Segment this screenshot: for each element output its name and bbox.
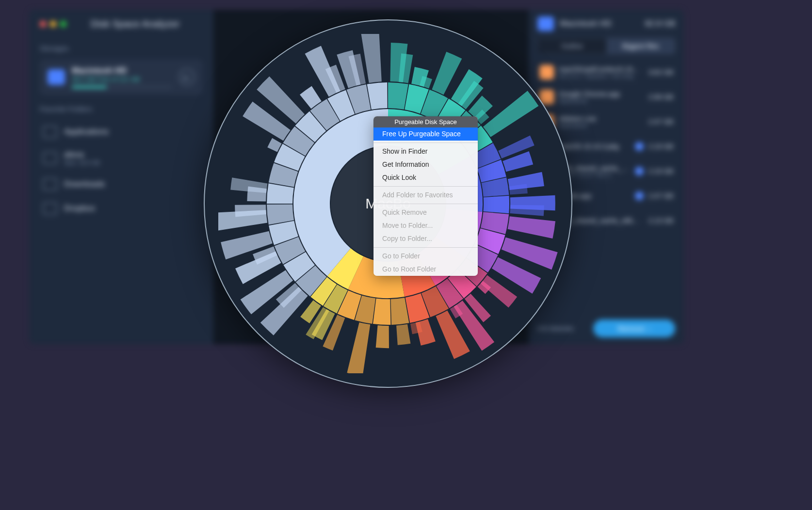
file-name: macOSUpdCombo10.15...: [559, 65, 644, 73]
menu-divider: [374, 186, 478, 187]
sunburst-segment[interactable]: [507, 216, 555, 239]
menu-item-go-to-folder: Go to Folder: [374, 250, 478, 263]
file-size: 2.47 GB: [649, 192, 673, 200]
sunburst-segment[interactable]: [483, 196, 509, 214]
file-name: macOS 10.15.3.pkg: [559, 143, 630, 150]
menu-item-move-to-folder: Move to Folder...: [374, 219, 478, 232]
file-name: Google Chrome.app: [559, 90, 644, 98]
drive-icon: [48, 69, 65, 85]
storage-item-macintosh-hd[interactable]: Macintosh HD 38.5 GB Free of 121 GB ▶: [40, 59, 203, 95]
chevron-right-icon: ›: [649, 324, 651, 333]
sidebar-item-applications[interactable]: Applications: [40, 120, 203, 144]
panel-size: 82.8 GB: [645, 19, 675, 29]
sunburst-segment[interactable]: [267, 204, 294, 224]
file-item[interactable]: Ableton Live Applications 2.47 GB: [537, 110, 675, 134]
menu-item-go-to-root-folder: Go to Root Folder: [374, 263, 478, 276]
remove-button-label: Remove: [617, 324, 645, 333]
menu-divider: [374, 204, 478, 204]
storage-sub: 38.5 GB Free of 121 GB: [72, 76, 172, 83]
folder-icon: [43, 152, 57, 164]
menu-item-copy-to-folder: Copy to Folder...: [374, 232, 478, 245]
close-icon[interactable]: [40, 21, 46, 27]
maximize-icon[interactable]: [60, 21, 66, 27]
file-item[interactable]: Google Chrome.app Applications 2.99 GB: [537, 85, 675, 110]
context-menu-header: Purgeable Disk Space: [374, 116, 478, 128]
fav-name: Downloads: [64, 179, 105, 189]
file-size: 2.19 GB: [649, 143, 673, 150]
menu-divider: [374, 247, 478, 248]
file-sub: Applications: [559, 98, 644, 104]
sunburst-segment[interactable]: [388, 82, 408, 110]
sunburst-segment[interactable]: [376, 325, 389, 348]
info-icon[interactable]: i: [635, 191, 644, 200]
minimize-icon[interactable]: [50, 21, 56, 27]
sidebar-item-dropbox[interactable]: Dropbox: [40, 196, 203, 221]
fav-name: Dropbox: [64, 204, 95, 213]
storages-label: Storages: [40, 44, 203, 52]
tab-biggest-files[interactable]: Biggest files: [606, 38, 675, 54]
file-size: 2.47 GB: [649, 118, 673, 126]
sunburst-segment[interactable]: [347, 322, 370, 373]
file-size: 2.99 GB: [649, 93, 673, 101]
sidebar-item-alexa[interactable]: alexa Size: 18.0 GB: [40, 144, 203, 172]
sunburst-segment[interactable]: [367, 82, 388, 110]
menu-item-quick-look[interactable]: Quick Look: [374, 171, 478, 184]
file-sub: OS_X LL + opcache + dn1.dmg: [559, 73, 644, 79]
file-sub: Applications: [559, 123, 644, 128]
menu-item-free-up-purgeable-space[interactable]: Free Up Purgeable Space: [374, 128, 478, 141]
context-menu: Purgeable Disk Space Free Up Purgeable S…: [374, 116, 478, 276]
sunburst-segment[interactable]: [373, 298, 391, 325]
fav-sub: Size: 18.0 GB: [64, 159, 100, 166]
sunburst-segment[interactable]: [396, 324, 410, 345]
storage-progress: [72, 86, 172, 88]
titlebar: Disk Space Analyzer: [40, 18, 203, 30]
folder-icon: [43, 178, 57, 191]
folder-icon: [43, 126, 57, 138]
fav-name: Applications: [64, 127, 109, 137]
sunburst-segment[interactable]: [267, 183, 294, 204]
file-size: 2.19 GB: [649, 167, 673, 175]
app-title: Disk Space Analyzer: [91, 18, 179, 30]
file-icon: [539, 65, 554, 80]
fav-name: alexa: [64, 150, 100, 159]
sunburst-segment[interactable]: [510, 205, 544, 216]
file-size: 2.13 GB: [649, 217, 673, 224]
sidebar-item-downloads[interactable]: Downloads: [40, 172, 203, 196]
storage-name: Macintosh HD: [72, 66, 172, 76]
folder-icon: [43, 202, 57, 215]
window-controls[interactable]: [40, 21, 66, 27]
sunburst-segment[interactable]: [399, 53, 413, 83]
menu-item-get-information[interactable]: Get Information: [374, 158, 478, 171]
remove-button[interactable]: Remove ›: [593, 319, 675, 337]
menu-item-show-in-finder[interactable]: Show in Finder: [374, 145, 478, 158]
sunburst-segment[interactable]: [483, 91, 538, 137]
menu-item-quick-remove: Quick Remove: [374, 206, 478, 219]
panel-title: Macintosh HD: [560, 19, 639, 29]
info-icon[interactable]: i: [635, 142, 644, 151]
sunburst-segment[interactable]: [230, 177, 267, 193]
menu-item-add-folder-to-favorites: Add Folder to Favorites: [374, 189, 478, 202]
file-size: 3.62 GB: [649, 68, 673, 76]
selected-size-label: 0 B Selected: [537, 325, 573, 332]
tabs: Outline Biggest files: [537, 38, 675, 54]
tab-outline[interactable]: Outline: [538, 38, 606, 54]
info-icon[interactable]: i: [635, 167, 644, 175]
file-item[interactable]: macOSUpdCombo10.15... OS_X LL + opcache …: [537, 60, 675, 85]
file-name: Ableton Live: [559, 115, 644, 123]
favorites-label: Favorite Folders: [40, 105, 203, 113]
sidebar: Disk Space Analyzer Storages Macintosh H…: [29, 10, 213, 344]
scan-button[interactable]: ▶: [179, 69, 195, 85]
drive-icon: [537, 16, 554, 31]
menu-divider: [374, 143, 478, 143]
